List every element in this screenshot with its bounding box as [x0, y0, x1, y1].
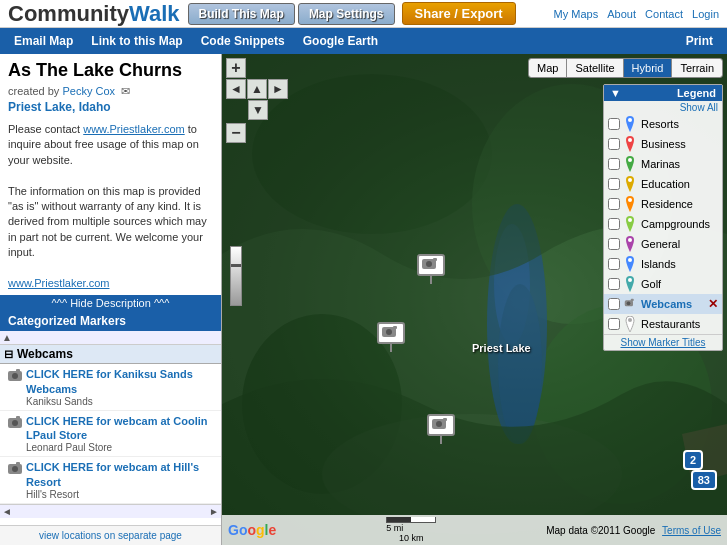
website-link-2[interactable]: www.Priestlaker.com [8, 277, 109, 289]
legend-check-islands[interactable] [608, 258, 620, 270]
svg-point-19 [426, 261, 432, 267]
pin-webcams [624, 295, 636, 313]
google-logo: Go [228, 522, 247, 538]
legend-check-campgrounds[interactable] [608, 218, 620, 230]
top-right-links: My Maps About Contact Login [548, 8, 727, 20]
tab-hybrid[interactable]: Hybrid [624, 59, 673, 77]
marker-title-1[interactable]: CLICK HERE for Kaniksu Sands Webcams [26, 367, 217, 396]
svg-point-4 [12, 420, 18, 426]
pan-left-button[interactable]: ◄ [226, 79, 246, 99]
svg-point-39 [628, 318, 632, 322]
website-link[interactable]: www.Priestlaker.com [83, 123, 184, 135]
legend-row-general: General [604, 234, 722, 254]
legend-label-webcams[interactable]: Webcams [641, 298, 692, 310]
pan-right-button[interactable]: ► [268, 79, 288, 99]
build-map-button[interactable]: Build This Map [188, 3, 295, 25]
link-to-map-link[interactable]: Link to this Map [83, 32, 190, 50]
scroll-right-icon[interactable]: ► [209, 506, 219, 517]
marker-text-1: CLICK HERE for Kaniksu Sands Webcams Kan… [26, 367, 217, 407]
zoom-slider[interactable] [230, 246, 242, 306]
category-toggle[interactable]: ⊟ [4, 348, 13, 361]
google-logo-3: g [256, 522, 265, 538]
category-name: Webcams [17, 347, 73, 361]
svg-point-7 [12, 466, 18, 472]
legend-collapse-icon: ▼ [610, 87, 621, 99]
scroll-left-icon[interactable]: ◄ [2, 506, 12, 517]
legend-remove-webcams[interactable]: ✕ [708, 297, 718, 311]
map-settings-button[interactable]: Map Settings [298, 3, 395, 25]
logo-community: Community [8, 1, 129, 26]
scale-labels: 5 mi [386, 523, 436, 533]
pin-golf [624, 275, 636, 293]
author-row: created by Pecky Cox ✉ [0, 83, 221, 100]
svg-point-22 [386, 329, 392, 335]
print-link[interactable]: Print [678, 32, 721, 50]
email-map-link[interactable]: Email Map [6, 32, 81, 50]
legend-check-business[interactable] [608, 138, 620, 150]
scroll-up-icon[interactable]: ▲ [2, 332, 12, 343]
code-snippets-link[interactable]: Code Snippets [193, 32, 293, 50]
category-webcams: ⊟ Webcams [0, 345, 221, 364]
legend-row-residence: Residence [604, 194, 722, 214]
legend-check-webcams[interactable] [608, 298, 620, 310]
email-icon[interactable]: ✉ [121, 85, 130, 97]
legend-header[interactable]: ▼ Legend [604, 85, 722, 101]
legend-check-marinas[interactable] [608, 158, 620, 170]
terms-link[interactable]: Terms of Use [662, 525, 721, 536]
marker-title-3[interactable]: CLICK HERE for webcam at Hill's Resort [26, 460, 217, 489]
legend-row-golf: Golf [604, 274, 722, 294]
svg-rect-5 [16, 416, 20, 419]
author-link[interactable]: Pecky Cox [62, 85, 115, 97]
legend-check-education[interactable] [608, 178, 620, 190]
legend-label-education: Education [641, 178, 690, 190]
zoom-in-button[interactable]: + [226, 58, 246, 78]
show-marker-titles-link[interactable]: Show Marker Titles [604, 334, 722, 350]
pin-resorts [624, 115, 636, 133]
map-area[interactable]: + ◄ ▲ ► ▼ − [222, 54, 727, 545]
marker-title-2[interactable]: CLICK HERE for webcam at Coolin LPaul St… [26, 414, 217, 443]
marker-icon-1 [4, 367, 26, 385]
webcam-marker-2[interactable] [377, 322, 405, 352]
legend-check-residence[interactable] [608, 198, 620, 210]
tab-map[interactable]: Map [529, 59, 567, 77]
marker-subtitle-2: Leonard Paul Store [26, 442, 217, 453]
share-export-button[interactable]: Share / Export [402, 2, 516, 25]
pin-general [624, 235, 636, 253]
tab-terrain[interactable]: Terrain [672, 59, 722, 77]
marker-text-2: CLICK HERE for webcam at Coolin LPaul St… [26, 414, 217, 454]
scale-km: 10 km [399, 533, 424, 543]
hide-description-button[interactable]: ^^^ Hide Description ^^^ [0, 295, 221, 311]
legend-show-all[interactable]: Show All [604, 101, 722, 114]
pan-up-button[interactable]: ▲ [247, 79, 267, 99]
google-earth-link[interactable]: Google Earth [295, 32, 386, 50]
view-locations-link[interactable]: view locations on separate page [39, 530, 182, 541]
pan-down-button[interactable]: ▼ [248, 100, 268, 120]
svg-rect-26 [443, 418, 447, 421]
svg-point-30 [628, 178, 632, 182]
list-item: CLICK HERE for webcam at Hill's Resort H… [0, 457, 221, 504]
legend-row-islands: Islands [604, 254, 722, 274]
legend-check-resorts[interactable] [608, 118, 620, 130]
legend-label-restaurants: Restaurants [641, 318, 700, 330]
legend-check-general[interactable] [608, 238, 620, 250]
zoom-out-button[interactable]: − [226, 123, 246, 143]
tab-satellite[interactable]: Satellite [567, 59, 623, 77]
legend-row-marinas: Marinas [604, 154, 722, 174]
pan-buttons: ◄ ▲ ► [226, 79, 288, 99]
my-maps-link[interactable]: My Maps [554, 8, 599, 20]
zoom-handle[interactable] [231, 264, 241, 267]
svg-rect-2 [16, 369, 20, 372]
about-link[interactable]: About [607, 8, 636, 20]
main: As The Lake Churns created by Pecky Cox … [0, 54, 727, 545]
contact-link[interactable]: Contact [645, 8, 683, 20]
legend-check-golf[interactable] [608, 278, 620, 290]
webcam-marker-1[interactable] [417, 254, 445, 284]
login-link[interactable]: Login [692, 8, 719, 20]
webcam-marker-3[interactable] [427, 414, 455, 444]
categorized-markers-label: Categorized Markers [0, 311, 221, 331]
legend-check-restaurants[interactable] [608, 318, 620, 330]
created-by-text: created by [8, 85, 59, 97]
highway-marker: 2 [683, 450, 703, 470]
legend-label-residence: Residence [641, 198, 693, 210]
legend-row-business: Business [604, 134, 722, 154]
